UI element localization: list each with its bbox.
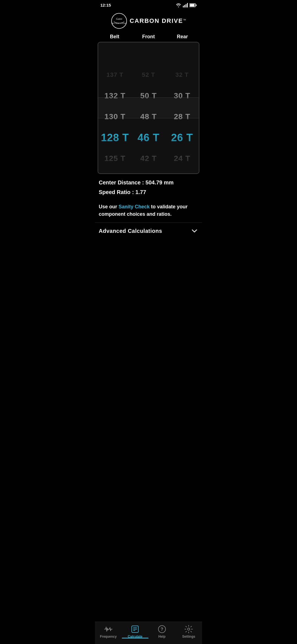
picker-cell-front: 46 T (132, 132, 165, 144)
svg-rect-5 (196, 4, 197, 6)
picker-cell-rear: 24 T (165, 154, 199, 163)
svg-rect-2 (186, 4, 186, 7)
front-column-header: Front (131, 34, 165, 40)
advanced-calculations-row[interactable]: Advanced Calculations (95, 222, 202, 239)
picker-container[interactable]: 137 T52 T32 T132 T50 T30 T130 T48 T28 T1… (98, 42, 199, 174)
logo-brand-text: CARBON DRIVE™ (130, 17, 186, 24)
picker-cell-front: 52 T (132, 71, 165, 78)
picker-cell-front: 48 T (132, 112, 165, 121)
picker-row[interactable]: 130 T48 T28 T (98, 106, 199, 127)
logo-area: Gates BELT DRIVE SYSTEMS CARBON DRIVE™ (95, 9, 202, 34)
logo-container: Gates BELT DRIVE SYSTEMS CARBON DRIVE™ (111, 13, 186, 29)
svg-text:Gates: Gates (116, 18, 122, 20)
svg-rect-6 (190, 4, 195, 6)
rear-column-header: Rear (166, 34, 199, 40)
status-time: 12:15 (100, 3, 111, 7)
picker-cell-belt: 132 T (98, 91, 132, 100)
wifi-icon (176, 3, 181, 7)
chevron-down-icon (191, 227, 198, 235)
sanity-check-text: Use our Sanity Check to validate your co… (95, 201, 202, 222)
speed-ratio-line: Speed Ratio : 1.77 (99, 189, 198, 195)
picker-cell-rear: 26 T (165, 132, 199, 144)
trademark-symbol: ™ (183, 18, 186, 22)
svg-point-7 (111, 13, 127, 28)
svg-rect-0 (183, 6, 184, 7)
picker-row[interactable]: 132 T50 T30 T (98, 85, 199, 106)
carbon-drive-text: CARBON DRIVE (130, 17, 183, 24)
picker-cell-rear: 28 T (165, 112, 199, 121)
gates-logo-icon: Gates BELT DRIVE SYSTEMS (111, 13, 127, 29)
picker-row[interactable]: 125 T42 T24 T (98, 148, 199, 169)
column-headers: Belt Front Rear (95, 34, 202, 42)
picker-cell-rear: 32 T (165, 71, 199, 78)
svg-rect-3 (187, 3, 188, 7)
belt-column-header: Belt (98, 34, 131, 40)
center-distance-label: Center Distance : (99, 179, 145, 185)
center-distance-line: Center Distance : 504.79 mm (99, 179, 198, 186)
picker-cell-front: 50 T (132, 91, 165, 100)
picker-cell-belt: 137 T (98, 71, 132, 78)
sanity-before: Use our (99, 204, 119, 209)
picker-cell-belt: 128 T (98, 132, 132, 144)
svg-text:BELT DRIVE SYSTEMS: BELT DRIVE SYSTEMS (111, 23, 127, 24)
picker-row[interactable]: 128 T46 T26 T (98, 127, 199, 148)
center-distance-value: 504.79 mm (145, 179, 174, 185)
status-bar: 12:15 (95, 0, 202, 9)
info-section: Center Distance : 504.79 mm Speed Ratio … (95, 174, 202, 201)
advanced-calculations-label: Advanced Calculations (99, 228, 162, 234)
picker-row[interactable]: 137 T52 T32 T (98, 64, 199, 85)
picker-rows: 137 T52 T32 T132 T50 T30 T130 T48 T28 T1… (98, 42, 199, 174)
picker-cell-belt: 130 T (98, 112, 132, 121)
status-icons (176, 3, 197, 7)
signal-icon (183, 3, 188, 7)
sanity-check-link[interactable]: Sanity Check (119, 204, 150, 209)
picker-cell-rear: 30 T (165, 91, 199, 100)
picker-cell-front: 42 T (132, 154, 165, 163)
speed-ratio-value: 1.77 (135, 189, 146, 195)
battery-icon (189, 3, 197, 7)
svg-rect-1 (184, 5, 185, 7)
picker-row[interactable]: 122 T39 T23 T (98, 169, 199, 174)
speed-ratio-label: Speed Ratio : (99, 189, 135, 195)
picker-cell-belt: 125 T (98, 154, 132, 163)
